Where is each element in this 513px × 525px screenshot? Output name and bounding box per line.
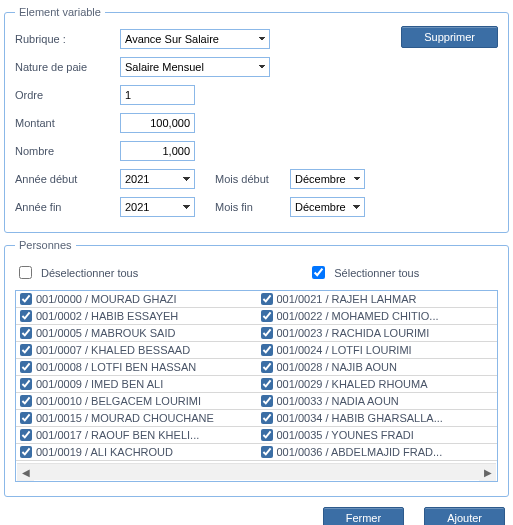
deselect-all-checkbox[interactable] bbox=[19, 266, 32, 279]
list-item-label: 001/0017 / RAOUF BEN KHELI... bbox=[36, 429, 199, 441]
list-item-checkbox[interactable] bbox=[20, 446, 32, 458]
list-item[interactable]: 001/0022 / MOHAMED CHITIO... bbox=[257, 308, 498, 325]
select-all-label[interactable]: Sélectionner tous bbox=[308, 263, 419, 282]
list-item-label: 001/0029 / KHALED RHOUMA bbox=[277, 378, 428, 390]
list-item-checkbox[interactable] bbox=[20, 361, 32, 373]
supprimer-button[interactable]: Supprimer bbox=[401, 26, 498, 48]
list-item[interactable]: 001/0015 / MOURAD CHOUCHANE bbox=[16, 410, 257, 427]
element-variable-legend: Element variable bbox=[15, 6, 105, 18]
list-item-checkbox[interactable] bbox=[261, 293, 273, 305]
list-item-checkbox[interactable] bbox=[261, 361, 273, 373]
list-item-checkbox[interactable] bbox=[261, 327, 273, 339]
list-item[interactable]: 001/0019 / ALI KACHROUD bbox=[16, 444, 257, 461]
list-item-checkbox[interactable] bbox=[20, 310, 32, 322]
list-item-checkbox[interactable] bbox=[261, 395, 273, 407]
annee-fin-select[interactable]: 2021 bbox=[120, 197, 195, 217]
ordre-label: Ordre bbox=[15, 89, 120, 101]
list-item[interactable]: 001/0008 / LOTFI BEN HASSAN bbox=[16, 359, 257, 376]
list-item-label: 001/0009 / IMED BEN ALI bbox=[36, 378, 163, 390]
list-item-label: 001/0000 / MOURAD GHAZI bbox=[36, 293, 177, 305]
mois-debut-select[interactable]: Décembre bbox=[290, 169, 365, 189]
list-item-label: 001/0005 / MABROUK SAID bbox=[36, 327, 175, 339]
list-item-checkbox[interactable] bbox=[20, 327, 32, 339]
list-item[interactable]: 001/0035 / YOUNES FRADI bbox=[257, 427, 498, 444]
list-item-label: 001/0007 / KHALED BESSAAD bbox=[36, 344, 190, 356]
list-item-checkbox[interactable] bbox=[20, 293, 32, 305]
rubrique-label: Rubrique : bbox=[15, 33, 120, 45]
personnes-legend: Personnes bbox=[15, 239, 76, 251]
list-item[interactable]: 001/0010 / BELGACEM LOURIMI bbox=[16, 393, 257, 410]
nature-label: Nature de paie bbox=[15, 61, 120, 73]
ajouter-button[interactable]: Ajouter bbox=[424, 507, 505, 525]
list-item-label: 001/0034 / HABIB GHARSALLA... bbox=[277, 412, 443, 424]
annee-debut-select[interactable]: 2021 bbox=[120, 169, 195, 189]
list-item-label: 001/0015 / MOURAD CHOUCHANE bbox=[36, 412, 214, 424]
nature-select[interactable]: Salaire Mensuel bbox=[120, 57, 270, 77]
list-item[interactable]: 001/0023 / RACHIDA LOURIMI bbox=[257, 325, 498, 342]
list-item-checkbox[interactable] bbox=[261, 310, 273, 322]
list-item-checkbox[interactable] bbox=[20, 378, 32, 390]
list-item-label: 001/0021 / RAJEH LAHMAR bbox=[277, 293, 417, 305]
list-item[interactable]: 001/0028 / NAJIB AOUN bbox=[257, 359, 498, 376]
deselect-all-label[interactable]: Déselectionner tous bbox=[15, 263, 138, 282]
mois-fin-label: Mois fin bbox=[215, 201, 290, 213]
mois-debut-label: Mois début bbox=[215, 173, 290, 185]
list-item-checkbox[interactable] bbox=[261, 446, 273, 458]
list-item-checkbox[interactable] bbox=[20, 412, 32, 424]
list-item[interactable]: 001/0002 / HABIB ESSAYEH bbox=[16, 308, 257, 325]
list-item-label: 001/0010 / BELGACEM LOURIMI bbox=[36, 395, 201, 407]
list-item[interactable]: 001/0017 / RAOUF BEN KHELI... bbox=[16, 427, 257, 444]
list-item-label: 001/0035 / YOUNES FRADI bbox=[277, 429, 414, 441]
horizontal-scrollbar[interactable]: ◀ ▶ bbox=[17, 463, 496, 480]
list-item-checkbox[interactable] bbox=[261, 378, 273, 390]
montant-input[interactable] bbox=[120, 113, 195, 133]
list-item-checkbox[interactable] bbox=[20, 429, 32, 441]
annee-fin-label: Année fin bbox=[15, 201, 120, 213]
element-variable-group: Element variable Supprimer Rubrique : Av… bbox=[4, 6, 509, 233]
rubrique-select[interactable]: Avance Sur Salaire bbox=[120, 29, 270, 49]
list-item[interactable]: 001/0036 / ABDELMAJID FRAD... bbox=[257, 444, 498, 461]
list-item-checkbox[interactable] bbox=[261, 412, 273, 424]
list-item-label: 001/0023 / RACHIDA LOURIMI bbox=[277, 327, 430, 339]
mois-fin-select[interactable]: Décembre bbox=[290, 197, 365, 217]
ordre-input[interactable] bbox=[120, 85, 195, 105]
list-item[interactable]: 001/0024 / LOTFI LOURIMI bbox=[257, 342, 498, 359]
list-item[interactable]: 001/0005 / MABROUK SAID bbox=[16, 325, 257, 342]
list-item-checkbox[interactable] bbox=[261, 344, 273, 356]
select-all-checkbox[interactable] bbox=[312, 266, 325, 279]
personnes-listbox[interactable]: 001/0000 / MOURAD GHAZI001/0002 / HABIB … bbox=[15, 290, 498, 482]
list-item-label: 001/0033 / NADIA AOUN bbox=[277, 395, 399, 407]
scroll-right-arrow[interactable]: ▶ bbox=[479, 464, 496, 481]
list-item-label: 001/0008 / LOTFI BEN HASSAN bbox=[36, 361, 196, 373]
nombre-label: Nombre bbox=[15, 145, 120, 157]
list-item-label: 001/0002 / HABIB ESSAYEH bbox=[36, 310, 178, 322]
list-item-label: 001/0036 / ABDELMAJID FRAD... bbox=[277, 446, 443, 458]
fermer-button[interactable]: Fermer bbox=[323, 507, 404, 525]
personnes-group: Personnes Déselectionner tous Sélectionn… bbox=[4, 239, 509, 497]
list-item[interactable]: 001/0000 / MOURAD GHAZI bbox=[16, 291, 257, 308]
list-item[interactable]: 001/0021 / RAJEH LAHMAR bbox=[257, 291, 498, 308]
annee-debut-label: Année début bbox=[15, 173, 120, 185]
list-item-checkbox[interactable] bbox=[20, 344, 32, 356]
list-item-label: 001/0028 / NAJIB AOUN bbox=[277, 361, 397, 373]
montant-label: Montant bbox=[15, 117, 120, 129]
scroll-left-arrow[interactable]: ◀ bbox=[17, 464, 34, 481]
list-item[interactable]: 001/0033 / NADIA AOUN bbox=[257, 393, 498, 410]
nombre-input[interactable] bbox=[120, 141, 195, 161]
list-item-label: 001/0022 / MOHAMED CHITIO... bbox=[277, 310, 439, 322]
list-item-checkbox[interactable] bbox=[261, 429, 273, 441]
list-item[interactable]: 001/0007 / KHALED BESSAAD bbox=[16, 342, 257, 359]
list-item[interactable]: 001/0034 / HABIB GHARSALLA... bbox=[257, 410, 498, 427]
list-item-label: 001/0019 / ALI KACHROUD bbox=[36, 446, 173, 458]
list-item[interactable]: 001/0029 / KHALED RHOUMA bbox=[257, 376, 498, 393]
list-item[interactable]: 001/0009 / IMED BEN ALI bbox=[16, 376, 257, 393]
list-item-label: 001/0024 / LOTFI LOURIMI bbox=[277, 344, 412, 356]
list-item-checkbox[interactable] bbox=[20, 395, 32, 407]
